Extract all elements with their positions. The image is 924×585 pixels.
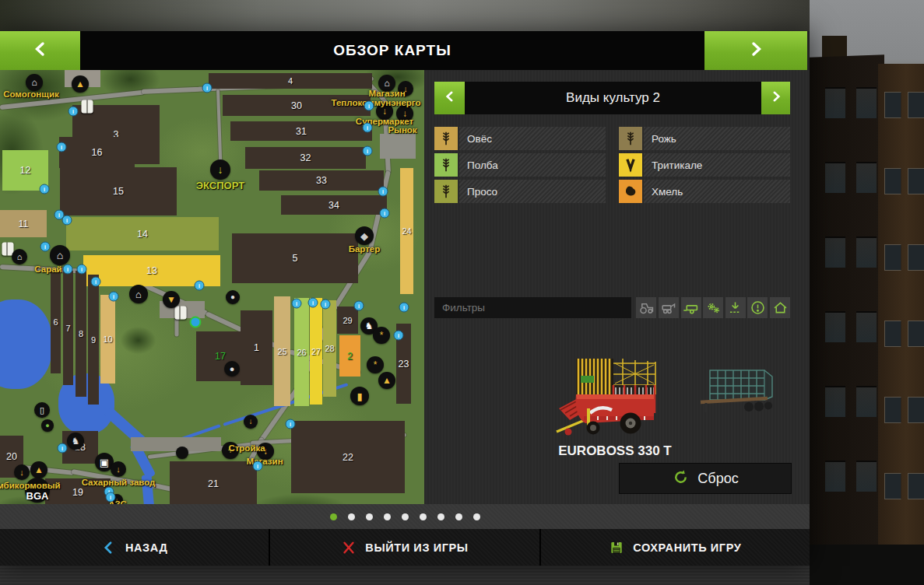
tires-icon[interactable] — [176, 447, 188, 459]
pagination-dot[interactable] — [330, 513, 337, 520]
filter-download-button[interactable] — [725, 297, 746, 318]
map-field-26: 26 — [294, 298, 309, 406]
pagination-dot[interactable] — [455, 513, 462, 520]
sell-point-icon[interactable]: ↓ — [398, 81, 413, 96]
filter-warning-button[interactable] — [747, 297, 768, 318]
map-area — [380, 134, 416, 159]
building-window — [908, 473, 924, 499]
minimap[interactable]: 3161512111413678910543031323334241252627… — [0, 70, 424, 504]
field-number: 6 — [53, 317, 58, 327]
building-window — [856, 311, 877, 342]
info-marker: i — [58, 443, 68, 454]
crop-filter-hops[interactable]: Хмель — [619, 180, 790, 203]
building-window — [908, 397, 924, 423]
feed-mill-icon[interactable]: ▲ — [30, 461, 47, 478]
field-number: 13 — [146, 265, 157, 276]
poi-icon[interactable]: ● — [226, 290, 240, 304]
sell-point-icon[interactable]: ↓ — [376, 103, 393, 120]
info-marker: i — [292, 299, 302, 309]
filter-harvester-button[interactable] — [659, 297, 679, 318]
pagination — [0, 504, 810, 529]
bees-icon[interactable]: * — [373, 327, 390, 344]
spelt-icon — [434, 153, 458, 177]
vehicle-image-trailer[interactable] — [693, 361, 778, 419]
info-marker: i — [69, 107, 79, 117]
page-next-button[interactable] — [704, 31, 807, 70]
filter-search-input[interactable] — [434, 297, 631, 318]
excavator-icon[interactable]: ▲ — [72, 75, 89, 93]
icon-glyph: ▼ — [167, 295, 176, 304]
map-field-29: 29 — [337, 307, 358, 334]
icon-glyph: ● — [230, 365, 235, 373]
map-field-25: 25 — [274, 296, 290, 406]
crop-filter-oats[interactable]: Овёс — [434, 127, 606, 150]
barter-icon[interactable]: ◆ — [355, 226, 374, 245]
apple-icon[interactable]: ● — [41, 419, 54, 432]
filter-tractor-button[interactable] — [636, 297, 656, 318]
crop-filter-spelt[interactable]: Полба — [434, 153, 606, 177]
filter-trailer-button[interactable] — [681, 297, 701, 318]
map-field-5: 5 — [232, 233, 358, 283]
page-prev-button[interactable] — [0, 31, 80, 70]
trees — [249, 494, 350, 504]
shop-icon[interactable]: ⌂ — [378, 75, 395, 92]
pagination-dot[interactable] — [437, 513, 444, 520]
map-field-1: 1 — [241, 310, 272, 385]
map-field-8: 8 — [76, 271, 86, 397]
pagination-dot[interactable] — [473, 513, 480, 520]
moonshiner-icon[interactable]: ⌂ — [26, 74, 43, 91]
windmill-icon[interactable]: ▲ — [378, 372, 395, 389]
pagination-dot[interactable] — [420, 513, 427, 520]
info-marker: i — [62, 215, 72, 226]
sunflower-icon[interactable]: * — [367, 356, 384, 373]
sell-point-icon[interactable]: ↓ — [396, 105, 413, 122]
pagination-dot[interactable] — [402, 513, 409, 520]
pagination-dot[interactable] — [384, 513, 391, 520]
fuel-icon[interactable]: ▼ — [163, 291, 180, 308]
glove-icon[interactable]: ● — [224, 361, 240, 377]
trailer-icon — [683, 300, 699, 316]
info-marker: i — [364, 101, 374, 111]
filter-gears-button[interactable] — [703, 297, 723, 318]
crop-filter-rye[interactable]: Рожь — [619, 127, 790, 150]
barn-icon[interactable]: ⌂ — [50, 245, 70, 265]
building-window — [908, 92, 924, 118]
shed-icon[interactable]: ⌂ — [129, 285, 148, 303]
field-number: 16 — [92, 147, 103, 158]
triticale-icon — [619, 153, 642, 177]
construction-icon[interactable]: + — [222, 442, 239, 459]
sell-point-icon[interactable]: ↓ — [14, 464, 30, 480]
sell-point-icon[interactable]: ↓ — [244, 415, 258, 429]
bga-icon[interactable] — [25, 478, 50, 503]
icon-glyph: ↓ — [19, 468, 24, 477]
pagination-dot[interactable] — [366, 513, 373, 520]
field-number: 32 — [300, 152, 311, 163]
back-button[interactable]: НАЗАД — [0, 529, 269, 566]
filter-home-button[interactable] — [770, 297, 790, 318]
reset-filters-button[interactable]: Сброс — [619, 463, 792, 494]
exit-button[interactable]: ВЫЙТИ ИЗ ИГРЫ — [269, 529, 539, 566]
export-icon[interactable]: ↓ — [210, 159, 230, 180]
pagination-dot[interactable] — [348, 513, 355, 520]
icon-glyph: ⌂ — [17, 253, 23, 261]
category-next-button[interactable] — [761, 82, 790, 114]
sell-point-icon[interactable]: ↓ — [257, 443, 274, 460]
vehicle-image-euroboss[interactable] — [553, 348, 677, 437]
vehicle-name: EUROBOSS 330 T — [490, 443, 740, 459]
info-marker: i — [286, 419, 296, 429]
crop-filter-millet[interactable]: Просо — [434, 180, 606, 203]
background-scene-building — [810, 0, 924, 585]
chevron-left-icon — [31, 40, 50, 61]
trees — [121, 327, 156, 354]
field-number: 8 — [79, 329, 83, 338]
button-label: ВЫЙТИ ИЗ ИГРЫ — [365, 541, 468, 554]
brewery-icon[interactable]: ▮ — [350, 387, 369, 405]
save-button[interactable]: СОХРАНИТЬ ИГРУ — [539, 529, 810, 566]
field-number: 1 — [254, 342, 259, 353]
stable-icon[interactable]: ♞ — [67, 433, 84, 450]
category-prev-button[interactable] — [434, 82, 465, 114]
fridge-icon[interactable]: ▯ — [34, 402, 50, 418]
crop-filter-triticale[interactable]: Тритикале — [619, 153, 790, 177]
sell-point-icon[interactable]: ↓ — [111, 461, 126, 477]
barn-icon[interactable]: ⌂ — [12, 249, 27, 264]
